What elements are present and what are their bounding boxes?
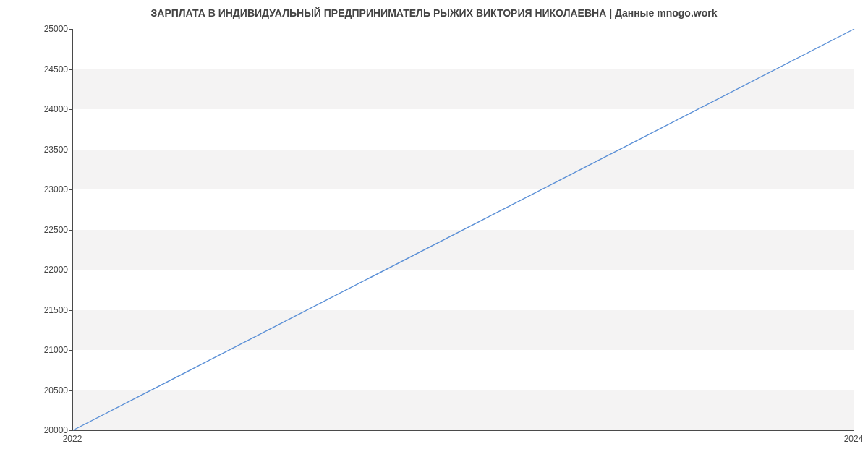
plot-area — [72, 29, 854, 431]
y-tick-label: 25000 — [25, 24, 68, 34]
series-line — [73, 29, 854, 430]
y-tick-label: 22000 — [25, 265, 68, 275]
y-tick-mark — [69, 430, 73, 431]
y-tick-label: 24000 — [25, 104, 68, 114]
y-tick-label: 21000 — [25, 345, 68, 355]
y-tick-mark — [69, 350, 73, 351]
x-tick-label: 2024 — [844, 434, 864, 444]
y-tick-label: 20500 — [25, 385, 68, 396]
y-tick-mark — [69, 189, 73, 190]
y-tick-label: 20000 — [25, 425, 68, 435]
y-tick-label: 23000 — [25, 184, 68, 195]
y-tick-mark — [69, 150, 73, 150]
y-tick-mark — [69, 270, 73, 270]
y-tick-mark — [69, 230, 73, 231]
y-tick-label: 22500 — [25, 225, 68, 235]
y-tick-label: 24500 — [25, 64, 68, 74]
y-tick-mark — [69, 29, 73, 30]
y-tick-mark — [69, 109, 73, 110]
y-tick-mark — [69, 390, 73, 391]
x-tick-label: 2022 — [63, 434, 82, 444]
line-series — [73, 29, 854, 430]
y-tick-label: 21500 — [25, 305, 68, 315]
y-tick-mark — [69, 310, 73, 311]
salary-line-chart: ЗАРПЛАТА В ИНДИВИДУАЛЬНЫЙ ПРЕДПРИНИМАТЕЛ… — [0, 0, 868, 470]
y-tick-mark — [69, 69, 73, 70]
y-tick-label: 23500 — [25, 145, 68, 155]
chart-title: ЗАРПЛАТА В ИНДИВИДУАЛЬНЫЙ ПРЕДПРИНИМАТЕЛ… — [0, 7, 868, 19]
